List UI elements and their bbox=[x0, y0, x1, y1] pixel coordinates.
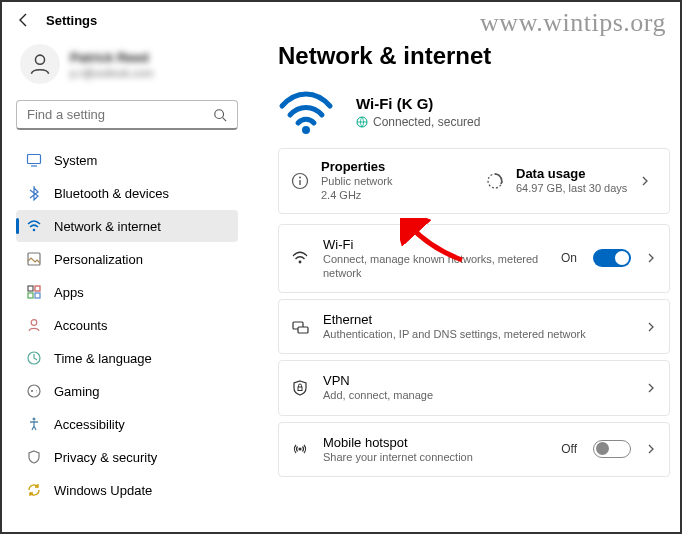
svg-rect-8 bbox=[35, 286, 40, 291]
sidebar-item-bluetooth[interactable]: Bluetooth & devices bbox=[16, 177, 238, 209]
sidebar-item-system[interactable]: System bbox=[16, 144, 238, 176]
ethernet-card-sub: Authentication, IP and DNS settings, met… bbox=[323, 327, 631, 341]
svg-point-13 bbox=[28, 385, 40, 397]
update-icon bbox=[26, 482, 42, 498]
chevron-right-icon bbox=[645, 252, 657, 264]
nav-list: System Bluetooth & devices Network & int… bbox=[16, 144, 238, 506]
info-icon bbox=[291, 172, 309, 190]
search-box[interactable] bbox=[16, 100, 238, 130]
properties-line1: Public network bbox=[321, 174, 393, 188]
globe-icon bbox=[356, 116, 368, 128]
wifi-card[interactable]: Wi-Fi Connect, manage known networks, me… bbox=[278, 224, 670, 294]
shield-icon bbox=[26, 449, 42, 465]
sidebar-item-label: Windows Update bbox=[54, 483, 152, 498]
hotspot-toggle[interactable] bbox=[593, 440, 631, 458]
svg-rect-23 bbox=[298, 327, 308, 333]
data-usage-icon bbox=[486, 172, 504, 190]
sidebar-item-label: Personalization bbox=[54, 252, 143, 267]
vpn-card[interactable]: VPN Add, connect, manage bbox=[278, 360, 670, 415]
svg-rect-3 bbox=[28, 155, 41, 164]
svg-rect-7 bbox=[28, 286, 33, 291]
gaming-icon bbox=[26, 383, 42, 399]
sidebar-item-label: Accounts bbox=[54, 318, 107, 333]
wifi-icon bbox=[26, 218, 42, 234]
hotspot-icon bbox=[291, 440, 309, 458]
clock-icon bbox=[26, 350, 42, 366]
vpn-shield-icon bbox=[291, 379, 309, 397]
chevron-right-icon bbox=[639, 175, 651, 187]
sidebar-item-update[interactable]: Windows Update bbox=[16, 474, 238, 506]
properties-button[interactable]: Properties Public network 2.4 GHz bbox=[279, 149, 474, 213]
bluetooth-icon bbox=[26, 185, 42, 201]
svg-point-11 bbox=[31, 320, 37, 326]
header-title: Settings bbox=[46, 13, 97, 28]
user-icon bbox=[27, 51, 53, 77]
sidebar-item-label: Accessibility bbox=[54, 417, 125, 432]
svg-line-2 bbox=[223, 117, 227, 121]
svg-point-14 bbox=[33, 418, 36, 421]
vpn-card-sub: Add, connect, manage bbox=[323, 388, 631, 402]
wifi-large-icon bbox=[278, 88, 334, 136]
apps-icon bbox=[26, 284, 42, 300]
main-content: Network & internet Wi-Fi (K G) Connected… bbox=[248, 34, 680, 526]
svg-point-18 bbox=[299, 176, 301, 178]
sidebar-item-privacy[interactable]: Privacy & security bbox=[16, 441, 238, 473]
sidebar-item-gaming[interactable]: Gaming bbox=[16, 375, 238, 407]
mobile-hotspot-card[interactable]: Mobile hotspot Share your internet conne… bbox=[278, 422, 670, 477]
svg-point-0 bbox=[35, 55, 44, 64]
sidebar-item-label: Privacy & security bbox=[54, 450, 157, 465]
sidebar-item-label: System bbox=[54, 153, 97, 168]
data-usage-title: Data usage bbox=[516, 166, 627, 181]
personalization-icon bbox=[26, 251, 42, 267]
chevron-right-icon bbox=[645, 321, 657, 333]
accounts-icon bbox=[26, 317, 42, 333]
data-usage-line1: 64.97 GB, last 30 days bbox=[516, 181, 627, 195]
sidebar-item-apps[interactable]: Apps bbox=[16, 276, 238, 308]
hotspot-card-title: Mobile hotspot bbox=[323, 435, 547, 450]
search-icon bbox=[213, 108, 227, 122]
ethernet-icon bbox=[291, 318, 309, 336]
user-block[interactable]: Patrick Reed p.r@outlook.com bbox=[16, 40, 238, 98]
page-title: Network & internet bbox=[278, 42, 670, 70]
chevron-right-icon bbox=[645, 382, 657, 394]
svg-point-15 bbox=[302, 126, 310, 134]
back-arrow-icon[interactable] bbox=[16, 12, 32, 28]
wifi-status: Connected, secured bbox=[356, 115, 480, 129]
sidebar-item-network[interactable]: Network & internet bbox=[16, 210, 238, 242]
sidebar-item-accessibility[interactable]: Accessibility bbox=[16, 408, 238, 440]
svg-rect-24 bbox=[298, 387, 302, 391]
system-icon bbox=[26, 152, 42, 168]
sidebar-item-accounts[interactable]: Accounts bbox=[16, 309, 238, 341]
search-input[interactable] bbox=[27, 107, 213, 122]
window-header: Settings bbox=[2, 2, 680, 34]
wifi-ssid: Wi-Fi (K G) bbox=[356, 95, 480, 112]
properties-line2: 2.4 GHz bbox=[321, 188, 393, 202]
sidebar-item-label: Network & internet bbox=[54, 219, 161, 234]
user-name: Patrick Reed bbox=[70, 50, 153, 65]
hotspot-card-sub: Share your internet connection bbox=[323, 450, 547, 464]
sidebar-item-time[interactable]: Time & language bbox=[16, 342, 238, 374]
sidebar-item-label: Apps bbox=[54, 285, 84, 300]
avatar bbox=[20, 44, 60, 84]
sidebar-item-personalization[interactable]: Personalization bbox=[16, 243, 238, 275]
sidebar-item-label: Time & language bbox=[54, 351, 152, 366]
ethernet-card[interactable]: Ethernet Authentication, IP and DNS sett… bbox=[278, 299, 670, 354]
svg-point-1 bbox=[215, 109, 224, 118]
svg-rect-10 bbox=[35, 293, 40, 298]
svg-point-25 bbox=[298, 448, 301, 451]
sidebar: Patrick Reed p.r@outlook.com System Blue… bbox=[2, 34, 248, 526]
wifi-status-text: Connected, secured bbox=[373, 115, 480, 129]
wifi-toggle-label: On bbox=[561, 251, 577, 265]
wifi-card-sub: Connect, manage known networks, metered … bbox=[323, 252, 547, 281]
svg-rect-9 bbox=[28, 293, 33, 298]
properties-title: Properties bbox=[321, 159, 393, 174]
wifi-card-title: Wi-Fi bbox=[323, 237, 547, 252]
ethernet-card-title: Ethernet bbox=[323, 312, 631, 327]
data-usage-button[interactable]: Data usage 64.97 GB, last 30 days bbox=[474, 149, 669, 213]
svg-point-5 bbox=[33, 229, 36, 232]
sidebar-item-label: Bluetooth & devices bbox=[54, 186, 169, 201]
wifi-hero: Wi-Fi (K G) Connected, secured bbox=[278, 88, 670, 136]
wifi-toggle[interactable] bbox=[593, 249, 631, 267]
accessibility-icon bbox=[26, 416, 42, 432]
vpn-card-title: VPN bbox=[323, 373, 631, 388]
